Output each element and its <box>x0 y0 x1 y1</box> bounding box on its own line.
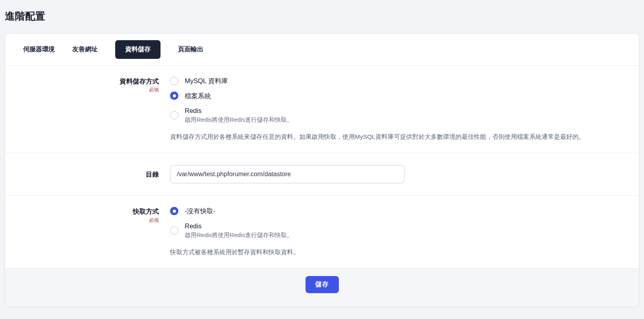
tab-server-environment[interactable]: 伺服器環境 <box>23 40 55 59</box>
radio-option-label: -沒有快取- <box>185 207 215 214</box>
radio-option-label: Redis <box>185 222 293 230</box>
card-footer: 儲存 <box>5 268 639 307</box>
radio-icon[interactable] <box>170 77 178 85</box>
settings-card: 伺服器環境 友善網址 資料儲存 頁面輸出 資料儲存方式 必填 MySQL 資料庫 <box>5 33 639 307</box>
radio-option-redis-cache[interactable]: Redis 啟用Redis將使用Redis進行儲存和快取。 <box>170 222 621 239</box>
storage-method-row: 資料儲存方式 必填 MySQL 資料庫 檔案系統 <box>5 66 639 153</box>
directory-input[interactable] <box>170 165 404 183</box>
cache-method-required-badge: 必填 <box>5 217 159 224</box>
radio-option-description: 啟用Redis將使用Redis進行儲存和快取。 <box>185 116 293 124</box>
page-title: 進階配置 <box>0 0 644 23</box>
cache-method-row: 快取方式 必填 -沒有快取- Redis 啟用Redis將使用Redis進行儲存… <box>5 196 639 268</box>
radio-option-label: 檔案系統 <box>185 92 211 99</box>
cache-method-label: 快取方式 <box>5 207 159 216</box>
radio-icon[interactable] <box>170 91 178 100</box>
directory-row: 目錄 <box>5 153 639 196</box>
storage-method-required-badge: 必填 <box>5 87 159 93</box>
cache-method-controls: -沒有快取- Redis 啟用Redis將使用Redis進行儲存和快取。 快取方… <box>170 206 621 256</box>
storage-method-controls: MySQL 資料庫 檔案系統 Redis 啟用Redis將使用Redis進行儲存… <box>170 76 621 141</box>
cache-method-options: -沒有快取- Redis 啟用Redis將使用Redis進行儲存和快取。 <box>170 206 621 239</box>
radio-option-mysql[interactable]: MySQL 資料庫 <box>170 76 621 86</box>
directory-label-col: 目錄 <box>5 170 170 179</box>
radio-option-description: 啟用Redis將使用Redis進行儲存和快取。 <box>185 231 293 239</box>
radio-option-no-cache[interactable]: -沒有快取- <box>170 206 621 216</box>
directory-controls <box>170 165 621 183</box>
save-button[interactable]: 儲存 <box>306 276 339 293</box>
radio-icon[interactable] <box>170 226 178 235</box>
radio-option-label: MySQL 資料庫 <box>185 77 228 84</box>
storage-method-label-col: 資料儲存方式 必填 <box>5 76 170 141</box>
radio-option-label: Redis <box>185 106 293 115</box>
storage-method-label: 資料儲存方式 <box>5 77 159 86</box>
storage-method-options: MySQL 資料庫 檔案系統 Redis 啟用Redis將使用Redis進行儲存… <box>170 76 621 124</box>
radio-icon[interactable] <box>170 207 178 215</box>
radio-option-redis-storage[interactable]: Redis 啟用Redis將使用Redis進行儲存和快取。 <box>170 106 621 124</box>
tab-friendly-urls[interactable]: 友善網址 <box>72 40 98 59</box>
radio-icon[interactable] <box>170 111 178 119</box>
cache-method-help-text: 快取方式被各種系統用於暫存資料和快取資料。 <box>170 248 621 257</box>
radio-option-filesystem[interactable]: 檔案系統 <box>170 91 621 101</box>
directory-label: 目錄 <box>5 170 159 179</box>
tab-page-output[interactable]: 頁面輸出 <box>178 40 203 59</box>
storage-method-help-text: 資料儲存方式用於各種系統來儲存任意的資料。如果啟用快取，使用MySQL資料庫可提… <box>170 132 621 141</box>
cache-method-label-col: 快取方式 必填 <box>5 206 170 256</box>
tab-data-storage[interactable]: 資料儲存 <box>115 40 161 59</box>
tab-bar: 伺服器環境 友善網址 資料儲存 頁面輸出 <box>5 34 639 66</box>
